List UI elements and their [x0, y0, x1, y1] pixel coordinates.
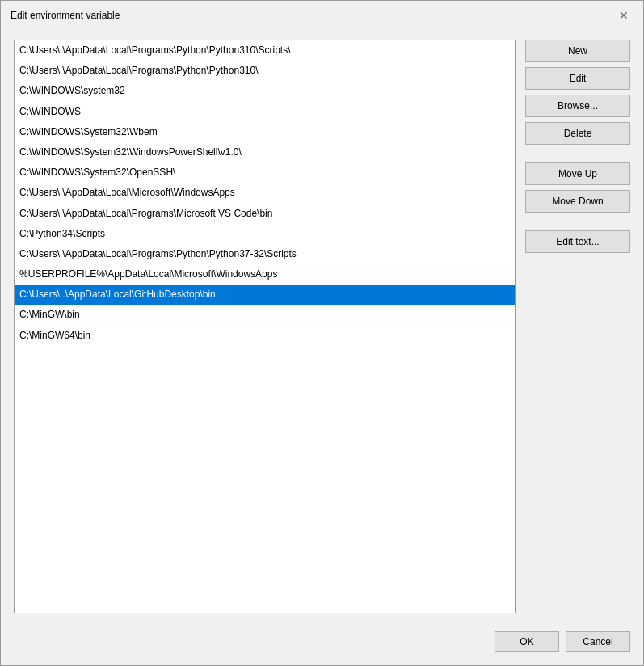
list-item[interactable]: C:\WINDOWS\system32	[15, 81, 515, 101]
delete-button[interactable]: Delete	[525, 122, 630, 145]
buttons-panel: New Edit Browse... Delete Move Up Move D…	[525, 40, 630, 613]
list-item[interactable]: %USERPROFILE%\AppData\Local\Microsoft\Wi…	[15, 264, 515, 285]
main-content: C:\Users\ \AppData\Local\Programs\Python…	[1, 30, 643, 623]
edit-button[interactable]: Edit	[525, 67, 630, 90]
browse-button[interactable]: Browse...	[525, 95, 630, 117]
list-item[interactable]: C:\Users\ .\AppData\Local\GitHubDesktop\…	[15, 285, 515, 305]
list-item[interactable]: C:\MinGW64\bin	[15, 326, 515, 346]
dialog-title: Edit environment variable	[11, 10, 120, 21]
list-item[interactable]: C:\WINDOWS	[15, 102, 515, 122]
move-down-button[interactable]: Move Down	[525, 190, 630, 213]
ok-button[interactable]: OK	[495, 631, 559, 652]
list-item[interactable]: C:\Users\ \AppData\Local\Programs\Python…	[15, 61, 515, 81]
list-item[interactable]: C:\Users\ \AppData\Local\Programs\Python…	[15, 244, 515, 264]
env-var-list[interactable]: C:\Users\ \AppData\Local\Programs\Python…	[14, 40, 516, 613]
footer: OK Cancel	[1, 623, 643, 665]
new-button[interactable]: New	[525, 40, 630, 62]
list-item[interactable]: C:\WINDOWS\System32\Wbem	[15, 122, 515, 142]
list-item[interactable]: C:\Users\ \AppData\Local\Microsoft\Windo…	[15, 183, 515, 203]
list-item[interactable]: C:\MinGW\bin	[15, 305, 515, 325]
list-item[interactable]: C:\Python34\Scripts	[15, 224, 515, 244]
spacer2	[525, 217, 630, 226]
move-up-button[interactable]: Move Up	[525, 162, 630, 185]
close-icon: ✕	[619, 9, 629, 22]
list-item[interactable]: C:\WINDOWS\System32\OpenSSH\	[15, 162, 515, 183]
spacer1	[525, 150, 630, 158]
title-bar: Edit environment variable ✕	[1, 1, 643, 30]
close-button[interactable]: ✕	[614, 6, 633, 25]
dialog: Edit environment variable ✕ C:\Users\ \A…	[0, 0, 644, 666]
list-item[interactable]: C:\Users\ \AppData\Local\Programs\Micros…	[15, 204, 515, 224]
cancel-button[interactable]: Cancel	[566, 631, 630, 652]
list-item[interactable]: C:\WINDOWS\System32\WindowsPowerShell\v1…	[15, 142, 515, 162]
list-item[interactable]: C:\Users\ \AppData\Local\Programs\Python…	[15, 40, 515, 61]
edit-text-button[interactable]: Edit text...	[525, 230, 630, 253]
